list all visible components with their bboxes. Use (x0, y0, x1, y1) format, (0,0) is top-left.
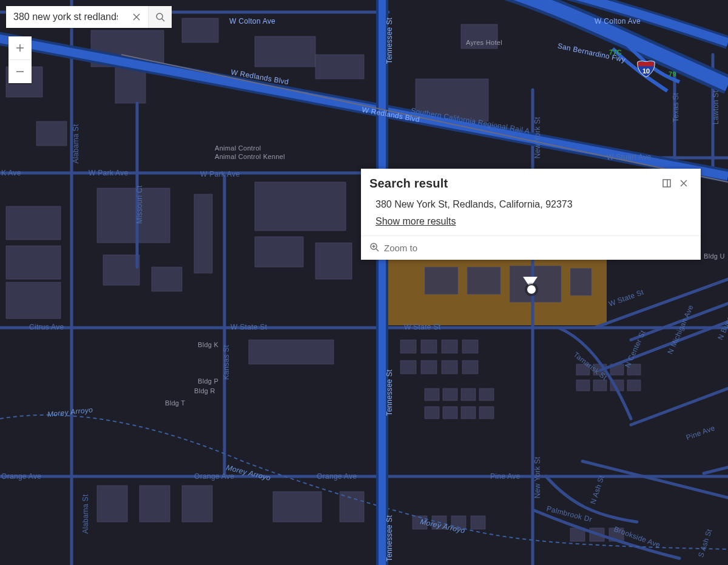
search-result-popup: Search result 380 New York St, Redlands,… (361, 169, 701, 260)
svg-rect-8 (6, 206, 61, 240)
svg-rect-19 (255, 237, 303, 267)
svg-rect-7 (315, 55, 364, 79)
popup-address: 380 New York St, Redlands, California, 9… (376, 195, 686, 216)
svg-rect-29 (462, 340, 478, 353)
zoom-to-icon (369, 242, 379, 254)
svg-rect-41 (479, 407, 494, 419)
svg-rect-34 (425, 388, 439, 401)
svg-rect-18 (255, 182, 346, 231)
popup-dock-button[interactable] (658, 175, 675, 192)
search-clear-button[interactable] (125, 6, 148, 28)
svg-rect-47 (593, 380, 607, 391)
svg-rect-10 (6, 282, 61, 319)
svg-rect-13 (97, 188, 170, 243)
svg-line-75 (162, 19, 164, 21)
svg-rect-36 (461, 388, 476, 401)
svg-rect-45 (627, 364, 641, 375)
svg-rect-26 (400, 340, 416, 353)
popup-zoom-to[interactable]: Zoom to (361, 235, 701, 260)
svg-rect-20 (315, 243, 352, 279)
popup-title: Search result (369, 177, 658, 191)
plus-icon (15, 43, 25, 53)
svg-rect-5 (461, 24, 497, 49)
svg-rect-30 (400, 360, 416, 374)
basemap (0, 0, 728, 565)
zoom-out-button[interactable] (8, 59, 32, 83)
search-input[interactable] (6, 6, 125, 28)
svg-rect-33 (462, 360, 478, 374)
svg-rect-3 (182, 18, 218, 42)
svg-rect-39 (443, 407, 457, 419)
svg-rect-38 (425, 407, 439, 419)
zoom-widget (8, 36, 32, 83)
minus-icon (15, 67, 25, 76)
svg-rect-12 (36, 121, 67, 146)
svg-rect-35 (443, 388, 457, 401)
svg-point-74 (157, 13, 163, 19)
close-icon (132, 12, 141, 22)
svg-text:10: 10 (642, 67, 650, 75)
svg-rect-21 (249, 340, 334, 364)
svg-rect-52 (182, 485, 212, 522)
svg-rect-17 (194, 194, 212, 273)
svg-rect-58 (471, 516, 485, 529)
svg-rect-22 (425, 267, 458, 294)
svg-rect-50 (97, 485, 127, 522)
show-more-results-link[interactable]: Show more results (376, 216, 456, 226)
svg-rect-54 (340, 492, 364, 522)
search-icon (155, 12, 165, 22)
search-submit-button[interactable] (148, 6, 172, 28)
zoom-in-button[interactable] (8, 36, 32, 59)
svg-rect-53 (273, 492, 322, 522)
svg-rect-31 (421, 360, 437, 374)
search-widget (6, 6, 172, 28)
svg-rect-51 (140, 485, 170, 522)
svg-rect-46 (576, 380, 590, 391)
search-result-marker[interactable] (526, 284, 537, 295)
svg-rect-15 (152, 267, 182, 291)
svg-rect-4 (255, 36, 315, 67)
svg-rect-27 (421, 340, 437, 353)
svg-rect-62 (638, 62, 654, 66)
svg-rect-37 (479, 388, 494, 401)
popup-close-button[interactable] (675, 175, 692, 192)
svg-rect-23 (467, 267, 500, 294)
svg-rect-64 (663, 180, 670, 187)
svg-rect-9 (6, 246, 61, 279)
popup-zoom-label: Zoom to (384, 243, 417, 253)
map-canvas[interactable]: W Colton Ave W Colton Ave San Bernardino… (0, 0, 728, 565)
svg-rect-16 (115, 67, 146, 103)
svg-rect-25 (570, 268, 592, 296)
svg-line-69 (376, 249, 379, 251)
interstate-shield-10: 10 (637, 61, 655, 78)
svg-rect-40 (461, 407, 476, 419)
svg-rect-14 (103, 255, 140, 285)
svg-rect-28 (442, 340, 457, 353)
svg-rect-42 (576, 364, 590, 375)
svg-rect-32 (442, 360, 457, 374)
svg-rect-49 (627, 380, 641, 391)
